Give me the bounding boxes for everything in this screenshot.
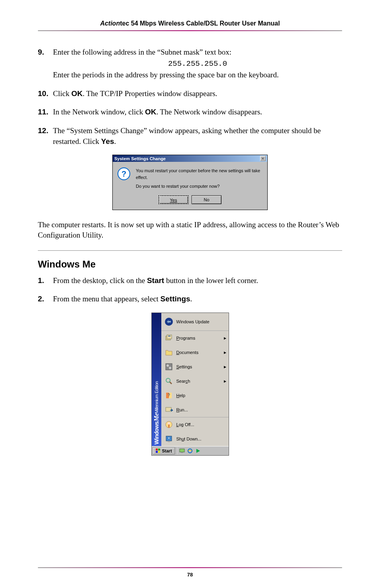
- page-header: Actiontec 54 Mbps Wireless Cable/DSL Rou…: [38, 20, 342, 27]
- chevron-right-icon: ▶: [224, 380, 226, 383]
- svg-point-5: [166, 364, 169, 367]
- step-text: .: [190, 295, 192, 303]
- smallcaps-text: IP: [194, 220, 201, 229]
- step-number: 11.: [38, 107, 53, 118]
- step-number: 12.: [38, 126, 53, 147]
- menu-label: Documents: [176, 350, 224, 355]
- svg-text:?: ?: [168, 393, 170, 397]
- menu-label: Settings: [176, 364, 224, 369]
- step-1: 1. From the desktop, click on the Start …: [38, 275, 342, 286]
- step-number: 10.: [38, 88, 53, 99]
- dialog-title: System Settings Change: [114, 156, 166, 161]
- svg-rect-10: [166, 407, 171, 411]
- code-text: 255.255.255.0: [53, 59, 342, 69]
- svg-rect-22: [181, 452, 183, 453]
- taskbar: Start: [152, 446, 229, 455]
- body-paragraph: The computer restarts. It is now set up …: [38, 220, 342, 241]
- step-content: Click OK. The TCP/IP Properties window d…: [53, 88, 342, 99]
- page-number: 78: [0, 572, 380, 578]
- dialog-buttons: Yes No: [113, 193, 267, 210]
- system-settings-dialog: System Settings Change ✕ ? You must rest…: [112, 155, 268, 210]
- brand-italic: Action: [100, 20, 120, 27]
- svg-rect-15: [168, 441, 170, 442]
- search-icon: [164, 376, 174, 386]
- no-button[interactable]: No: [192, 195, 221, 204]
- step-text: From the menu that appears, select: [53, 295, 161, 303]
- menu-item-documents[interactable]: Documents ▶: [161, 345, 229, 360]
- menu-item-search[interactable]: Search ▶: [161, 374, 229, 388]
- svg-rect-3: [168, 336, 170, 336]
- footer-divider: [38, 567, 342, 568]
- chevron-right-icon: ▶: [224, 351, 226, 354]
- settings-icon: [164, 362, 174, 372]
- desktop-icon[interactable]: [179, 448, 185, 454]
- step-number: 9.: [38, 47, 53, 81]
- svg-point-6: [169, 367, 171, 369]
- step-11: 11. In the Network window, click OK. The…: [38, 107, 342, 118]
- menu-label: Search: [176, 379, 224, 383]
- menu-item-windows-update[interactable]: Windows Update: [161, 313, 229, 331]
- step-text: From the desktop, click on the: [53, 276, 147, 285]
- smallcaps-text: TCP/IP: [100, 89, 123, 98]
- bold-text: Yes: [101, 137, 114, 146]
- svg-point-7: [166, 378, 170, 382]
- start-button[interactable]: Start: [153, 447, 175, 454]
- step-text: In the Network window, click: [53, 108, 145, 116]
- section-heading: Windows Me: [38, 250, 342, 270]
- svg-rect-18: [158, 448, 160, 450]
- media-icon[interactable]: [195, 448, 201, 454]
- menu-label: Shut Down...: [176, 437, 226, 441]
- programs-icon: [164, 333, 174, 343]
- step-text: Enter the following address in the “Subn…: [53, 48, 231, 56]
- start-menu: WindowsMe Millennium Edition Windows Upd…: [151, 313, 229, 456]
- step-text: Click: [53, 89, 71, 98]
- dialog-line1: You must restart your computer before th…: [136, 167, 262, 181]
- documents-icon: [164, 348, 174, 357]
- help-icon: ?: [164, 391, 174, 400]
- menu-item-settings[interactable]: Settings ▶: [161, 360, 229, 374]
- windows-flag-icon: [155, 448, 161, 454]
- svg-rect-17: [156, 448, 158, 450]
- menu-label: Run...: [176, 407, 226, 412]
- dialog-body: ? You must restart your computer before …: [113, 162, 267, 193]
- menu-label: Help: [176, 393, 226, 398]
- windows-update-icon: [164, 317, 174, 326]
- menu-label: Programs: [176, 336, 224, 340]
- dialog-titlebar: System Settings Change ✕: [113, 155, 267, 162]
- step-text: .: [114, 137, 116, 146]
- question-icon: ?: [118, 167, 130, 180]
- svg-point-13: [168, 422, 170, 425]
- body-text: The computer restarts. It is now set up …: [38, 220, 194, 229]
- bold-text: Settings: [161, 295, 190, 303]
- svg-rect-19: [156, 451, 158, 453]
- step-9: 9. Enter the following address in the “S…: [38, 47, 342, 81]
- startmenu-sidebar: WindowsMe Millennium Edition: [152, 313, 161, 446]
- step-text: Properties window disappears.: [123, 89, 217, 98]
- step-2: 2. From the menu that appears, select Se…: [38, 294, 342, 305]
- ie-icon[interactable]: [187, 448, 193, 454]
- step-number: 2.: [38, 294, 53, 305]
- brand-rest: tec 54 Mbps Wireless Cable/DSL Router Us…: [120, 20, 280, 27]
- step-12: 12. The “System Settings Change” window …: [38, 126, 342, 147]
- header-divider: [38, 30, 342, 31]
- close-icon[interactable]: ✕: [260, 156, 266, 161]
- bold-text: Start: [147, 276, 164, 285]
- dialog-line2: Do you want to restart your computer now…: [136, 183, 262, 190]
- bold-text: OK: [71, 89, 83, 98]
- shutdown-icon: [164, 434, 174, 444]
- step-text: Enter the periods in the address by pres…: [53, 71, 279, 79]
- menu-item-logoff[interactable]: Log Off...: [161, 417, 229, 432]
- yes-button[interactable]: Yes: [159, 195, 188, 204]
- startmenu-figure: WindowsMe Millennium Edition Windows Upd…: [38, 313, 342, 456]
- svg-marker-24: [196, 449, 200, 453]
- start-label: Start: [162, 448, 172, 453]
- taskbar-divider: [176, 447, 177, 454]
- menu-label: Windows Update: [176, 319, 226, 324]
- step-text: button in the lower left corner.: [164, 276, 258, 285]
- svg-rect-20: [158, 451, 160, 453]
- menu-item-run[interactable]: Run...: [161, 403, 229, 417]
- svg-rect-2: [167, 335, 172, 339]
- menu-item-shutdown[interactable]: Shut Down...: [161, 432, 229, 446]
- menu-item-programs[interactable]: Programs ▶: [161, 331, 229, 345]
- menu-item-help[interactable]: ? Help: [161, 388, 229, 403]
